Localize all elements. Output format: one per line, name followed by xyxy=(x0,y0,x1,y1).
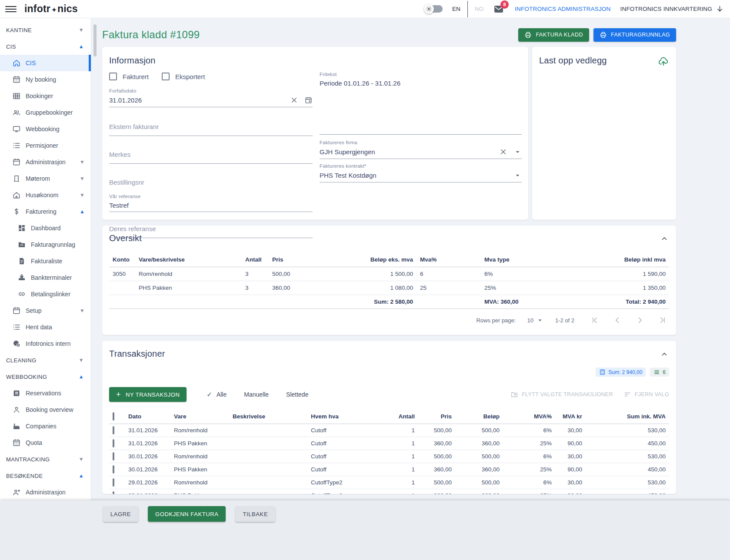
mail-button[interactable]: 8 xyxy=(493,4,505,14)
select-all-checkbox[interactable] xyxy=(113,412,114,421)
row-checkbox[interactable] xyxy=(113,478,114,487)
sidebar-item-betalingslinker[interactable]: Betalingslinker xyxy=(0,286,91,302)
sidebar-item-møterom[interactable]: Møterom▼ xyxy=(0,170,91,187)
account-menu[interactable]: INFOTRONICS INNKVARTERING xyxy=(620,5,724,13)
sidebar-item-setup[interactable]: Setup▼ xyxy=(0,302,91,319)
fakturert-checkbox[interactable] xyxy=(109,73,117,80)
new-transaction-button[interactable]: + NY TRANSAKSJON xyxy=(109,387,187,402)
faktureres-kontrakt-field[interactable]: PHS Test Kostdøgn xyxy=(320,171,522,182)
transaction-cell: 25% xyxy=(503,463,555,476)
sidebar-item-quota[interactable]: Quota xyxy=(0,434,91,451)
sidebar-group-mantracking[interactable]: MANTRACKING▼ xyxy=(0,451,91,467)
sidebar-group-cleaning[interactable]: CLEANING▼ xyxy=(0,352,91,368)
faktureres-firma-field[interactable]: GJH Supergjengen xyxy=(320,148,522,159)
transaction-cell: 1 xyxy=(381,489,418,494)
transaction-cell: Rom/renhold xyxy=(170,476,229,489)
tab-slettede[interactable]: Slettede xyxy=(286,391,308,398)
move-transactions-label: FLYTT VALGTE TRANSAKSJONER xyxy=(522,391,613,398)
print-fakturagrunnlag-button[interactable]: FAKTURAGRUNNLAG xyxy=(593,28,676,42)
arrow-down-icon xyxy=(716,5,724,13)
forfallsdato-field[interactable]: 31.01.2026 xyxy=(109,96,313,107)
clear-selection-button[interactable]: FJERN VALG xyxy=(623,391,669,398)
sidebar-group-besøkende[interactable]: BESØKENDE▲ xyxy=(0,467,91,484)
row-checkbox[interactable] xyxy=(113,491,114,494)
chevron-up-icon: ▲ xyxy=(79,43,84,50)
ekstern-fakturanr-field[interactable]: Ekstern fakturanr xyxy=(109,120,313,136)
sidebar-item-webbooking[interactable]: Webbooking xyxy=(0,121,91,137)
bestillingsnr-field[interactable]: Bestillingsnr xyxy=(109,176,313,191)
sidebar-item-ny-booking[interactable]: Ny booking xyxy=(0,71,91,88)
fritekst-value[interactable]: Periode 01.01.26 - 31.01.26 xyxy=(320,80,522,87)
dropdown-arrow-icon[interactable] xyxy=(513,148,522,156)
rows-per-page-select[interactable]: 10 xyxy=(527,316,543,324)
transaction-cell: 1 xyxy=(381,476,418,489)
transaction-cell: 90,00 xyxy=(555,437,586,450)
calendar-icon xyxy=(12,158,21,166)
dark-mode-toggle[interactable] xyxy=(425,5,443,13)
next-page-icon[interactable] xyxy=(635,315,645,325)
print-faktura-kladd-button[interactable]: FAKTURA KLADD xyxy=(518,28,589,42)
sidebar-item-permisjoner[interactable]: Permisjoner xyxy=(0,137,91,154)
var-referanse-value[interactable]: Testref xyxy=(109,202,313,209)
list-remove-icon xyxy=(623,391,631,398)
dropdown-arrow-icon[interactable] xyxy=(513,171,522,179)
menu-icon[interactable] xyxy=(5,3,17,15)
sidebar-group-cis[interactable]: CIS▲ xyxy=(0,38,91,55)
eksportert-checkbox[interactable] xyxy=(162,73,170,80)
move-transactions-button[interactable]: FLYTT VALGTE TRANSAKSJONER xyxy=(510,391,613,398)
sidebar-item-infotronics-intern[interactable]: Infotronics intern xyxy=(0,335,91,352)
scrollbar[interactable] xyxy=(93,24,97,56)
previous-page-icon[interactable] xyxy=(613,315,622,325)
sidebar-item-fakturaliste[interactable]: Fakturaliste xyxy=(0,253,91,269)
sidebar-item-administrasjon[interactable]: Administrasjon xyxy=(0,484,91,500)
transaction-cell: 1 xyxy=(381,463,418,476)
fritekst-field[interactable]: Periode 01.01.26 - 31.01.26 xyxy=(320,80,522,135)
row-checkbox[interactable] xyxy=(113,426,114,434)
clear-icon[interactable] xyxy=(290,96,298,104)
sidebar-item-reservations[interactable]: Reservations xyxy=(0,385,91,401)
sidebar-item-cis[interactable]: CIS xyxy=(0,55,91,71)
approve-invoice-button[interactable]: GODKJENN FAKTURA xyxy=(148,506,226,522)
last-page-icon[interactable] xyxy=(658,315,667,325)
calendar-picker-icon[interactable] xyxy=(304,96,313,104)
sidebar-item-booking-overview[interactable]: Booking overview xyxy=(0,401,91,418)
faktureres-kontrakt-value[interactable]: PHS Test Kostdøgn xyxy=(320,172,507,179)
transaction-cell: Cutoff xyxy=(307,450,381,463)
sidebar-item-gruppebookinger[interactable]: Gruppebookinger xyxy=(0,104,91,121)
sidebar-item-dashboard[interactable]: Dashboard xyxy=(0,220,91,236)
row-checkbox[interactable] xyxy=(113,439,114,447)
sidebar-group-kantine[interactable]: KANTINE▼ xyxy=(0,22,91,38)
sidebar-item-fakturagrunnlag[interactable]: Fakturagrunnlag xyxy=(0,236,91,253)
clear-icon[interactable] xyxy=(499,148,507,156)
collapse-icon[interactable] xyxy=(660,234,669,243)
tab-manuelle[interactable]: Manuelle xyxy=(244,391,269,398)
sidebar-item-hent-data[interactable]: Hent data xyxy=(0,319,91,335)
lang-no[interactable]: NO xyxy=(475,6,483,12)
merkes-field[interactable]: Merkes xyxy=(109,148,313,164)
sidebar-group-webbooking[interactable]: WEBBOOKING▲ xyxy=(0,368,91,385)
chevron-down-icon: ▼ xyxy=(79,456,84,462)
sidebar-item-bankterminaler[interactable]: Bankterminaler xyxy=(0,269,91,286)
sidebar-item-husøkonom[interactable]: Husøkonom▼ xyxy=(0,187,91,203)
row-checkbox[interactable] xyxy=(113,465,114,474)
tab-alle[interactable]: ✓Alle xyxy=(207,391,227,398)
oversikt-cell: PHS Pakken xyxy=(135,281,242,295)
save-button[interactable]: LAGRE xyxy=(103,506,138,522)
sidebar-item-companies[interactable]: Companies xyxy=(0,418,91,434)
dropdown-arrow-icon xyxy=(536,316,544,324)
upload-icon[interactable] xyxy=(658,56,669,67)
forfallsdato-value[interactable]: 31.01.2026 xyxy=(109,96,284,104)
transaction-cell: 30,00 xyxy=(555,424,586,437)
sidebar-item-bookinger[interactable]: Bookinger xyxy=(0,88,91,104)
faktureres-firma-value[interactable]: GJH Supergjengen xyxy=(320,148,493,156)
back-button[interactable]: TILBAKE xyxy=(235,506,275,522)
transaction-cell xyxy=(229,463,307,476)
sidebar-item-fakturering[interactable]: Fakturering▲ xyxy=(0,203,91,220)
link-administrasjon[interactable]: INFOTRONICS ADMINISTRASJON xyxy=(515,6,610,12)
var-referanse-field[interactable]: Testref xyxy=(109,202,313,212)
collapse-icon[interactable] xyxy=(660,349,669,359)
row-checkbox[interactable] xyxy=(113,452,114,461)
lang-en[interactable]: EN xyxy=(452,6,460,12)
first-page-icon[interactable] xyxy=(590,315,600,325)
sidebar-item-administrasjon[interactable]: Administrasjon▼ xyxy=(0,154,91,170)
